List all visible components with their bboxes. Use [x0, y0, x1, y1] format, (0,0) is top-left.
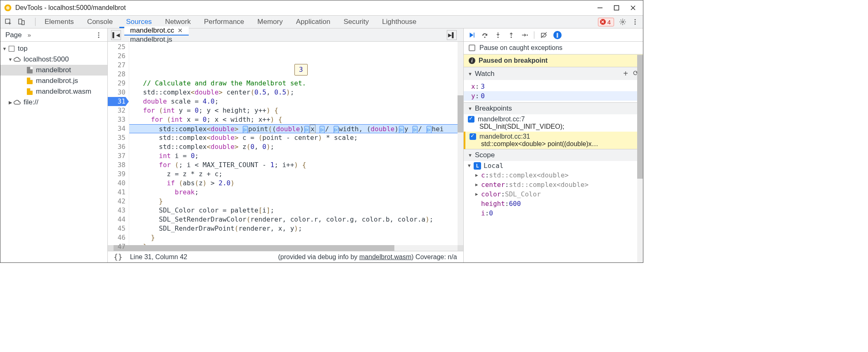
tab-security[interactable]: Security: [337, 16, 375, 28]
checkbox-checked[interactable]: [468, 116, 474, 123]
scope-variable[interactable]: i: 0: [464, 208, 643, 218]
watch-item[interactable]: y: 0: [464, 91, 643, 101]
svg-point-1: [6, 6, 9, 9]
cursor-position: Line 31, Column 42: [130, 253, 187, 261]
debugger-panel: ‖ Pause on caught exceptions i Paused on…: [464, 28, 643, 262]
scope-variable[interactable]: ▶center: std::complex<double>: [464, 180, 643, 189]
scope-header[interactable]: ▼Scope: [464, 149, 643, 161]
error-badge[interactable]: ✕4: [598, 18, 614, 26]
scope-variable[interactable]: height: 600: [464, 199, 643, 208]
deactivate-breakpoints-icon[interactable]: [540, 31, 548, 39]
svg-point-18: [498, 36, 499, 38]
window-title: DevTools - localhost:5000/mandelbrot: [15, 4, 597, 12]
horizontal-scrollbar[interactable]: [108, 245, 463, 251]
checkbox-unchecked[interactable]: [469, 45, 475, 51]
navigator-more-icon[interactable]: »: [28, 31, 31, 38]
breakpoint-item[interactable]: mandelbrot.cc:31std::complex<double> poi…: [464, 132, 643, 149]
frame-icon: [9, 46, 14, 52]
vertical-scrollbar[interactable]: [637, 55, 643, 262]
svg-rect-8: [22, 21, 24, 25]
tree-file-scheme[interactable]: ▶file://: [0, 97, 107, 108]
tab-lighthouse[interactable]: Lighthouse: [375, 16, 423, 28]
tab-console[interactable]: Console: [81, 16, 119, 28]
inspect-icon[interactable]: [5, 18, 12, 26]
cloud-icon: [14, 99, 21, 106]
gear-icon[interactable]: [619, 18, 626, 26]
svg-point-14: [98, 34, 100, 35]
cloud-icon: [14, 56, 21, 63]
close-icon[interactable]: ✕: [178, 27, 183, 34]
step-into-icon[interactable]: [494, 31, 502, 39]
svg-point-13: [98, 32, 100, 33]
svg-point-19: [511, 36, 512, 38]
scope-variable[interactable]: ▶c: std::complex<double>: [464, 170, 643, 180]
scope-variable[interactable]: ▶color: SDL_Color: [464, 189, 643, 199]
checkbox-checked[interactable]: [470, 133, 476, 140]
svg-rect-16: [474, 33, 474, 38]
file-icon: [27, 78, 33, 84]
resume-icon[interactable]: [468, 31, 475, 39]
file-tab[interactable]: mandelbrot.cc✕: [124, 26, 189, 35]
debug-info-link[interactable]: mandelbrot.wasm: [359, 253, 411, 260]
code-area[interactable]: 3 // Calculate and draw the Mandelbrot s…: [129, 42, 458, 245]
pause-on-caught-row[interactable]: Pause on caught exceptions: [464, 42, 643, 54]
kebab-icon[interactable]: [95, 31, 102, 39]
watch-item[interactable]: x: 3: [464, 82, 643, 91]
step-icon[interactable]: [521, 31, 528, 39]
svg-rect-3: [614, 6, 619, 10]
step-out-icon[interactable]: [508, 31, 515, 39]
svg-point-17: [484, 36, 486, 38]
breakpoint-item[interactable]: mandelbrot.cc:7SDL_Init(SDL_INIT_VIDEO);: [464, 114, 643, 132]
device-icon[interactable]: [18, 18, 25, 26]
show-nav-button[interactable]: ▶▌: [447, 30, 457, 40]
kebab-icon[interactable]: [631, 18, 639, 26]
devtools-icon: [4, 4, 12, 12]
navigator-panel: Page » ▼top ▼localhost:5000 mandelbrotma…: [0, 28, 108, 262]
navigator-tab-page[interactable]: Page: [5, 31, 22, 39]
file-icon: [27, 67, 33, 73]
close-button[interactable]: [630, 5, 636, 11]
tab-memory[interactable]: Memory: [251, 16, 289, 28]
svg-point-15: [98, 36, 100, 38]
breakpoints-header[interactable]: ▼Breakpoints: [464, 103, 643, 114]
pause-exceptions-icon[interactable]: ‖: [553, 31, 562, 39]
file-nav-button[interactable]: ▌◀: [111, 30, 121, 40]
tab-application[interactable]: Application: [289, 16, 337, 28]
svg-rect-7: [19, 19, 22, 24]
minimize-button[interactable]: [597, 5, 603, 11]
vertical-scrollbar[interactable]: [458, 42, 463, 245]
titlebar: DevTools - localhost:5000/mandelbrot: [0, 0, 643, 15]
scope-local[interactable]: ▼LLocal: [464, 161, 643, 170]
info-icon: i: [469, 57, 475, 64]
svg-point-12: [635, 24, 636, 25]
debugger-toolbar: ‖: [464, 28, 643, 42]
editor-statusbar: {} Line 31, Column 42 (provided via debu…: [108, 251, 463, 262]
tree-frame-top[interactable]: ▼top: [0, 43, 107, 54]
local-badge-icon: L: [474, 162, 481, 170]
file-icon: [27, 88, 33, 95]
svg-point-9: [622, 21, 624, 23]
editor-panel: ▌◀ mandelbrot.cc✕mandelbrot.js ▶▌ 252627…: [108, 28, 464, 262]
tab-performance[interactable]: Performance: [197, 16, 251, 28]
debug-info-source: (provided via debug info by mandelbrot.w…: [278, 253, 457, 261]
tab-elements[interactable]: Elements: [38, 16, 81, 28]
add-watch-icon[interactable]: +: [623, 69, 628, 78]
tree-origin[interactable]: ▼localhost:5000: [0, 54, 107, 65]
svg-point-10: [635, 19, 636, 20]
tree-file[interactable]: mandelbrot.js: [0, 76, 107, 86]
main-toolbar: ElementsConsoleSourcesNetworkPerformance…: [0, 15, 643, 28]
svg-point-11: [635, 21, 636, 23]
tree-file[interactable]: mandelbrot: [0, 65, 107, 76]
maximize-button[interactable]: [613, 5, 620, 11]
watch-header[interactable]: ▼Watch +⟳: [464, 67, 643, 80]
tree-file[interactable]: mandelbrot.wasm: [0, 86, 107, 97]
pretty-print-icon[interactable]: {}: [114, 253, 123, 261]
line-gutter[interactable]: 2526272829303132333435363738394041424344…: [108, 42, 129, 245]
paused-banner: i Paused on breakpoint: [464, 54, 643, 67]
value-tooltip: 3: [294, 64, 308, 76]
svg-point-20: [526, 34, 528, 35]
step-over-icon[interactable]: [481, 31, 489, 39]
